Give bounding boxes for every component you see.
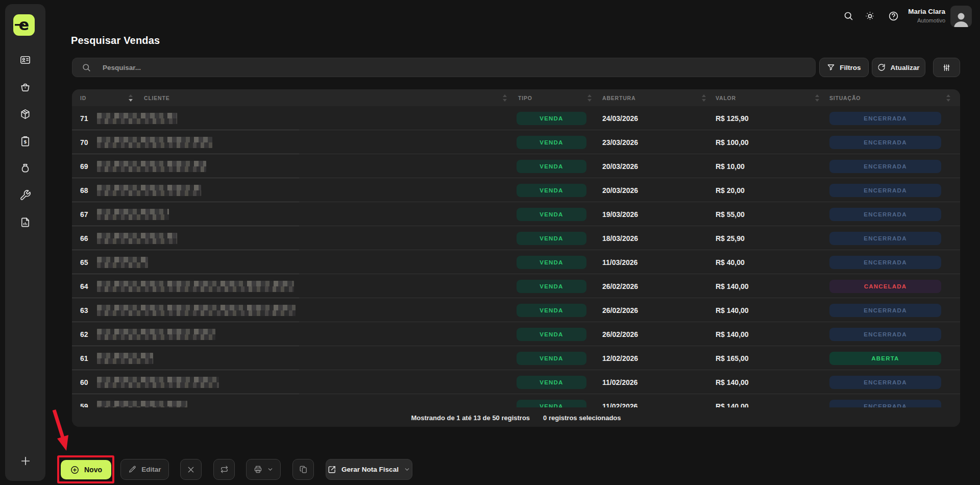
wrench-icon <box>19 189 31 201</box>
status-badge: CANCELADA <box>829 280 941 293</box>
row-open-date: 24/03/2026 <box>602 106 638 130</box>
sort-icon-valor[interactable] <box>815 94 819 102</box>
table-row[interactable]: 62 VENDA 26/02/2026 R$ 140,00 ENCERRADA <box>72 322 960 346</box>
invoice-clipboard-icon: $ <box>19 135 31 147</box>
client-name-redacted <box>97 353 153 364</box>
column-header-situacao[interactable]: SITUAÇÃO <box>829 89 861 106</box>
close-icon <box>187 466 195 474</box>
type-badge: VENDA <box>517 256 586 269</box>
row-id: 62 <box>80 322 88 346</box>
search-input[interactable] <box>103 64 766 71</box>
avatar[interactable] <box>950 6 972 27</box>
sidebar-add-button[interactable] <box>5 455 45 467</box>
row-open-date: 19/03/2026 <box>602 202 638 226</box>
records-count: Mostrando de 1 até 13 de 50 registros <box>411 414 530 422</box>
row-client <box>97 322 215 346</box>
app-logo[interactable]: e <box>13 14 35 36</box>
column-header-tipo[interactable]: TIPO <box>518 89 532 106</box>
row-value: R$ 10,00 <box>716 154 745 178</box>
row-client <box>97 106 177 130</box>
type-badge: VENDA <box>517 160 586 173</box>
client-name-redacted <box>97 137 212 148</box>
client-name-redacted <box>97 305 296 316</box>
table-row[interactable]: 70 VENDA 23/03/2026 R$ 100,00 ENCERRADA <box>72 130 960 154</box>
row-client <box>97 178 201 202</box>
column-header-valor[interactable]: VALOR <box>716 89 736 106</box>
row-client <box>97 226 177 250</box>
refresh-button[interactable]: Atualizar <box>872 58 925 77</box>
sidebar-item-clients[interactable] <box>16 54 35 65</box>
client-name-redacted <box>97 401 187 408</box>
row-value: R$ 125,90 <box>716 106 749 130</box>
chevron-down-icon <box>404 466 410 473</box>
row-open-date: 26/02/2026 <box>602 274 638 298</box>
row-id: 69 <box>80 154 88 178</box>
logo-e-icon: e <box>13 14 35 36</box>
row-id: 61 <box>80 346 88 370</box>
sidebar-item-reports[interactable] <box>16 216 35 228</box>
cancel-button[interactable] <box>180 459 202 480</box>
row-open-date: 18/03/2026 <box>602 226 638 250</box>
print-button[interactable] <box>246 459 281 480</box>
reopen-button[interactable] <box>213 459 235 480</box>
refresh-label: Atualizar <box>890 64 919 71</box>
duplicate-button[interactable] <box>292 459 314 480</box>
type-badge: VENDA <box>517 328 586 341</box>
table-row[interactable]: 64 VENDA 26/02/2026 R$ 140,00 CANCELADA <box>72 274 960 298</box>
type-badge: VENDA <box>517 304 586 317</box>
table-row[interactable]: 66 VENDA 18/03/2026 R$ 25,90 ENCERRADA <box>72 226 960 250</box>
money-bag-icon <box>19 162 31 174</box>
row-value: R$ 25,90 <box>716 226 745 250</box>
search-bar <box>72 58 816 77</box>
sidebar-item-products[interactable] <box>16 108 35 119</box>
column-header-abertura[interactable]: ABERTURA <box>602 89 635 106</box>
row-client <box>97 298 296 322</box>
sidebar-item-services[interactable] <box>16 189 35 201</box>
row-value: R$ 140,00 <box>716 274 749 298</box>
row-id: 68 <box>80 178 88 202</box>
sort-icon-situacao[interactable] <box>946 94 950 102</box>
table-row[interactable]: 71 VENDA 24/03/2026 R$ 125,90 ENCERRADA <box>72 106 960 130</box>
status-badge: ENCERRADA <box>829 304 941 317</box>
table-row[interactable]: 68 VENDA 20/03/2026 R$ 20,00 ENCERRADA <box>72 178 960 202</box>
edit-button[interactable]: Editar <box>120 459 169 480</box>
table-row[interactable]: 65 VENDA 11/03/2026 R$ 40,00 ENCERRADA <box>72 250 960 274</box>
generate-invoice-button[interactable]: Gerar Nota Fiscal <box>326 459 412 480</box>
table-row[interactable]: 61 VENDA 12/02/2026 R$ 165,00 ABERTA <box>72 346 960 370</box>
table-row[interactable]: 69 VENDA 20/03/2026 R$ 10,00 ENCERRADA <box>72 154 960 178</box>
table-row[interactable]: 63 VENDA 26/02/2026 R$ 140,00 ENCERRADA <box>72 298 960 322</box>
row-id: 65 <box>80 250 88 274</box>
sidebar-item-finance[interactable] <box>16 162 35 174</box>
sort-icon-id[interactable] <box>129 94 133 102</box>
sort-icon-cliente[interactable] <box>503 94 507 102</box>
status-badge: ENCERRADA <box>829 112 941 125</box>
row-open-date: 20/03/2026 <box>602 178 638 202</box>
client-name-redacted <box>97 185 201 196</box>
status-badge: ENCERRADA <box>829 328 941 341</box>
table-row[interactable]: 60 VENDA 11/02/2026 R$ 140,00 ENCERRADA <box>72 370 960 394</box>
package-icon <box>19 108 31 120</box>
table-footer: Mostrando de 1 até 13 de 50 registros 0 … <box>72 408 960 427</box>
table-row[interactable]: 67 VENDA 19/03/2026 R$ 55,00 ENCERRADA <box>72 202 960 226</box>
row-value: R$ 20,00 <box>716 178 745 202</box>
column-settings-button[interactable] <box>933 58 960 77</box>
sidebar-item-sales[interactable] <box>16 81 35 92</box>
row-open-date: 11/02/2026 <box>602 394 638 407</box>
sidebar-item-billing[interactable]: $ <box>16 135 35 147</box>
row-value: R$ 140,00 <box>716 370 749 394</box>
column-header-id[interactable]: ID <box>80 89 86 106</box>
client-name-redacted <box>97 257 148 268</box>
new-button[interactable]: Novo <box>61 460 111 479</box>
table-row[interactable]: 59 VENDA 11/02/2026 R$ 140,00 ENCERRADA <box>72 394 960 407</box>
row-open-date: 26/02/2026 <box>602 298 638 322</box>
status-badge: ENCERRADA <box>829 136 941 149</box>
client-name-redacted <box>97 209 169 220</box>
column-header-cliente[interactable]: CLIENTE <box>144 89 170 106</box>
sort-icon-tipo[interactable] <box>587 94 592 102</box>
type-badge: VENDA <box>517 352 586 365</box>
row-value: R$ 140,00 <box>716 394 749 407</box>
filters-button[interactable]: Filtros <box>819 58 869 77</box>
shopping-basket-icon <box>19 81 31 93</box>
sort-icon-abertura[interactable] <box>702 94 706 102</box>
table-header: ID CLIENTE TIPO ABERTURA VALOR SITUAÇÃO <box>72 89 960 106</box>
